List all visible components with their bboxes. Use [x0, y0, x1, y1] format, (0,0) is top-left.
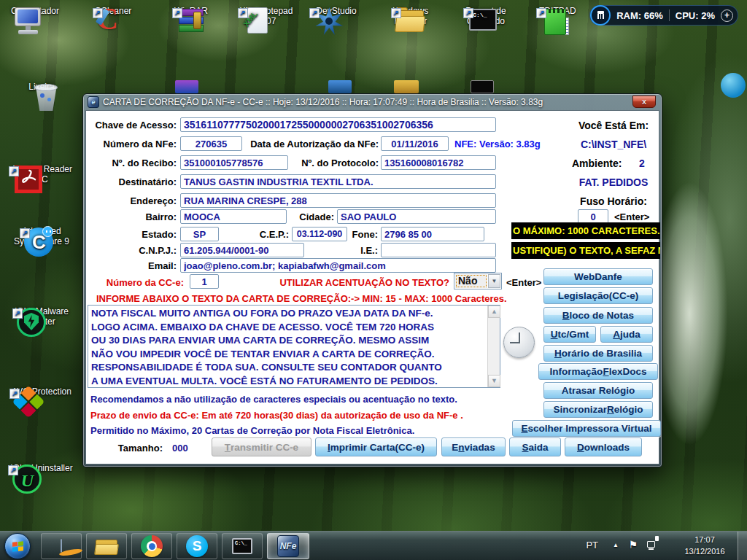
window-body: Chave de Acesso: Você Está Em: Número da… — [85, 110, 659, 464]
taskbar-explorer-button[interactable] — [86, 533, 127, 559]
shortcut-arrow-icon: ↗ — [463, 8, 473, 18]
shortcut-arrow-icon: ↗ — [9, 389, 20, 399]
data-aut-input[interactable] — [381, 136, 449, 151]
taskbar: S C:\_ NFe PT ▲ ⚑ 17:07 13/12/2016 — [0, 531, 747, 560]
sincronizar-relogio-button[interactable]: Sincronizar Relógio — [543, 401, 653, 418]
recibo-label: Nº. do Recibo: — [89, 156, 177, 171]
desktop-icon-partial[interactable] — [394, 80, 419, 93]
endereco-input[interactable] — [180, 193, 496, 208]
action-center-flag-icon[interactable]: ⚑ — [628, 539, 638, 551]
nfe-num-input[interactable] — [180, 136, 242, 151]
cidade-input[interactable] — [337, 209, 496, 224]
desktop-icon-ccleaner[interactable]: C ↗ CCleaner — [78, 6, 148, 16]
desktop-icon-partial[interactable] — [721, 73, 746, 98]
desktop-icon-windows-explorer[interactable]: ↗ Windows Explorer — [376, 6, 446, 26]
marquee-banner-2: USTIFIQUE) O TEXTO, A SEFAZ N — [511, 242, 660, 259]
shortcut-arrow-icon: ↗ — [20, 228, 30, 238]
carta-textarea[interactable]: NOTA FISCAL MUITO ANTIGA OU FORA DO PRAZ… — [88, 305, 500, 388]
system-monitor-widget[interactable]: RAM: 66% CPU: 2% + — [589, 5, 738, 26]
expand-plus-icon[interactable]: + — [721, 9, 733, 22]
destinatario-input[interactable] — [180, 174, 496, 189]
bairro-input[interactable] — [180, 209, 287, 224]
acentuacao-dropdown[interactable]: Não ▼ — [454, 273, 502, 289]
informacao-flexdocs-button[interactable]: Informação FlexDocs — [538, 363, 658, 380]
fone-input[interactable] — [381, 227, 484, 241]
taskbar-nfe-button-active[interactable]: NFe — [267, 533, 309, 559]
windows-flag-icon — [12, 541, 24, 553]
shortcut-arrow-icon: ↗ — [93, 8, 103, 18]
language-indicator[interactable]: PT — [586, 540, 598, 551]
cep-input[interactable] — [292, 227, 347, 241]
taskbar-mail-button[interactable] — [41, 533, 82, 559]
chevron-down-icon[interactable]: ▼ — [488, 274, 500, 288]
clock-icon — [503, 327, 535, 358]
recibo-input[interactable] — [180, 155, 288, 170]
protocolo-input[interactable] — [381, 155, 496, 170]
show-desktop-button[interactable] — [738, 532, 747, 560]
chave-input[interactable] — [180, 117, 496, 132]
email-label: Email: — [89, 259, 177, 273]
nota-prazo-envio: Prazo de envio da CC-e: Em até 720 horas… — [90, 408, 463, 423]
cnpj-input[interactable] — [180, 243, 304, 257]
cce-numero-input[interactable] — [190, 274, 219, 289]
utc-gmt-button[interactable]: Utc/Gmt — [543, 326, 596, 343]
chrome-icon — [141, 535, 163, 557]
desktop-screen: Computador C ↗ CCleaner ↗ WinRAR XML ↗ X… — [0, 0, 747, 560]
shortcut-arrow-icon: ↗ — [391, 8, 401, 18]
transmitir-button[interactable]: Transmitir CC-e — [212, 438, 311, 456]
legislacao-button[interactable]: Legislação(CC-e) — [543, 287, 653, 304]
taskbar-chrome-button[interactable] — [131, 533, 172, 559]
escolher-impressora-button[interactable]: Escolher Impressora Virtual — [512, 420, 661, 437]
tray-date: 13/12/2016 — [676, 545, 734, 557]
desktop-icon-computador[interactable]: Computador — [0, 6, 70, 16]
downloads-button[interactable]: Downloads — [565, 438, 642, 456]
close-button[interactable]: x — [632, 96, 656, 108]
scrollbar[interactable]: ▲ ▼ — [487, 306, 500, 387]
shortcut-arrow-icon: ↗ — [12, 308, 23, 319]
fat-pedidos-text: FAT. PEDIDOS — [568, 175, 659, 190]
ie-input[interactable] — [381, 243, 496, 257]
atrasar-relogio-button[interactable]: Atrasar Relógio — [543, 382, 653, 399]
desktop-icon-xml-notepad[interactable]: XML ↗ XML Notepad 2007 — [231, 6, 301, 26]
taskbar-cmd-button[interactable]: C:\_ — [222, 533, 263, 559]
shortcut-arrow-icon: ↗ — [172, 8, 182, 18]
estado-input[interactable] — [180, 227, 219, 241]
cleaner-brush-icon — [590, 5, 611, 26]
window-titlebar[interactable]: e CARTA DE CORREÇÃO DA NF-e - CC-e :: Ho… — [83, 94, 662, 110]
bairro-label: Bairro: — [89, 210, 177, 225]
start-button[interactable] — [4, 533, 31, 559]
tray-clock[interactable]: 17:07 13/12/2016 — [676, 534, 734, 557]
desktop-icon-editpad[interactable]: ↗ EDITPAD — [522, 6, 592, 16]
tray-chevron-icon[interactable]: ▲ — [613, 542, 619, 548]
cnpj-label: C.N.P.J.: — [89, 244, 177, 258]
desktop-icon-avg[interactable]: ↗ AVG Protection — [7, 386, 77, 397]
bloco-de-notas-button[interactable]: Bloco de Notas — [543, 307, 653, 324]
cep-label: C.E.P.: — [225, 228, 289, 242]
fuso-input[interactable] — [578, 209, 608, 224]
nota-caracteres-especiais: Recomendamos a não utilização de caracte… — [90, 392, 457, 407]
scroll-down-icon[interactable]: ▼ — [488, 375, 500, 387]
horario-brasilia-button[interactable]: Horário de Brasilia — [543, 345, 653, 362]
desktop-icon-winrar[interactable]: ↗ WinRAR — [156, 6, 226, 16]
webdanfe-button[interactable]: WebDanfe — [543, 268, 653, 285]
desktop-icon-prompt-comando[interactable]: C:\_ ↗ Prompt de Comando — [451, 6, 521, 26]
imprimir-carta-button[interactable]: Imprimir Carta(CC-e) — [315, 438, 437, 456]
desktop-icon-partial[interactable] — [471, 80, 494, 93]
taskbar-skype-button[interactable]: S — [177, 533, 217, 559]
mail-icon — [61, 540, 62, 553]
ajuda-button[interactable]: Ajuda — [600, 326, 653, 343]
desktop-icon-acrobat[interactable]: ↗ Acrobat Reader DC — [7, 164, 77, 184]
ambiente-value: 2 — [639, 156, 645, 171]
email-input[interactable] — [180, 258, 496, 273]
desktop-icon-iobit-malware-fighter[interactable]: ↗ IObit Malware Fighter — [7, 306, 77, 327]
desktop-icon-partial[interactable] — [175, 80, 198, 93]
enviadas-button[interactable]: Enviadas — [441, 438, 506, 456]
saida-button[interactable]: Saida — [509, 438, 561, 456]
desktop-icon-advanced-systemcare[interactable]: C ↗ Advanced SystemCare 9 — [7, 226, 77, 246]
window-title: CARTA DE CORREÇÃO DA NF-e - CC-e :: Hoje… — [103, 97, 543, 107]
scroll-up-icon[interactable]: ▲ — [488, 306, 500, 318]
desktop-icon-partial[interactable] — [328, 80, 352, 93]
desktop-icon-xdevstudio[interactable]: ↗ xDevStudio — [299, 6, 369, 16]
desktop-icon-iobit-uninstaller[interactable]: U ↗ IObit Uninstaller — [7, 463, 77, 473]
desktop-icon-lixeira[interactable]: Lixeira — [7, 82, 77, 92]
